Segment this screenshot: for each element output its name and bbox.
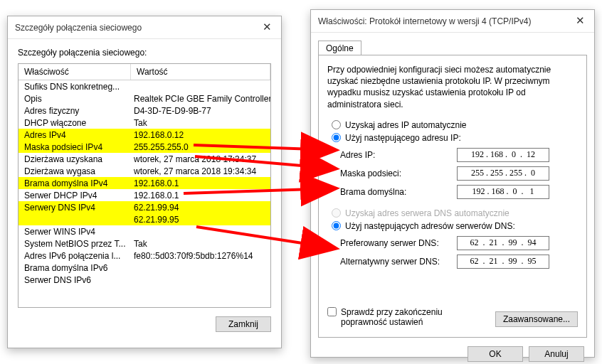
value-cell: 62.21.99.94 [131, 203, 270, 213]
value-cell: wtorek, 27 marca 2018 19:34:34 [131, 166, 270, 176]
radio-ip-manual[interactable]: Użyj następującego adresu IP: [332, 133, 578, 143]
table-row[interactable]: Serwer DHCP IPv4192.168.0.1 [19, 189, 270, 201]
titlebar[interactable]: Właściwości: Protokół internetowy w wers… [311, 10, 594, 33]
value-cell: Tak [131, 239, 270, 249]
properties-list[interactable]: Właściwość Wartość Sufiks DNS konkretneg… [18, 63, 271, 308]
property-cell: Opis [19, 94, 131, 104]
checkbox-validate[interactable]: Sprawdź przy zakończeniu poprawność usta… [327, 307, 469, 327]
input-dns1[interactable] [457, 236, 549, 250]
ok-button[interactable]: OK [468, 346, 523, 362]
dialog-title: Właściwości: Protokół internetowy w wers… [318, 16, 587, 26]
value-cell: fe80::5d03:70f9:5bdb:1276%14 [131, 251, 270, 261]
label-ip: Adres IP: [340, 150, 457, 160]
table-row[interactable]: Sufiks DNS konkretneg... [19, 80, 270, 92]
table-row[interactable]: DHCP włączoneTak [19, 117, 270, 129]
network-details-dialog: Szczegóły połączenia sieciowego ✕ Szczeg… [7, 16, 282, 348]
ipv4-properties-dialog: Właściwości: Protokół internetowy w wers… [310, 9, 595, 358]
close-icon[interactable]: ✕ [566, 10, 594, 31]
radio-dns-manual[interactable]: Użyj następujących adresów serwerów DNS: [332, 221, 578, 231]
list-label: Szczegóły połączenia sieciowego: [18, 48, 271, 58]
close-icon[interactable]: ✕ [253, 16, 281, 38]
col-property[interactable]: Właściwość [19, 64, 131, 80]
description-text: Przy odpowiedniej konfiguracji sieci moż… [327, 64, 578, 110]
value-cell: 62.21.99.95 [131, 215, 270, 225]
value-cell: Tak [131, 118, 270, 128]
table-row[interactable]: Dzierżawa uzyskanawtorek, 27 marca 2018 … [19, 153, 270, 165]
table-row[interactable]: Adres IPv6 połączenia l...fe80::5d03:70f… [19, 250, 270, 262]
table-row[interactable]: OpisRealtek PCIe GBE Family Controller [19, 92, 270, 105]
table-row[interactable]: Maska podsieci IPv4255.255.255.0 [19, 141, 270, 153]
radio-ip-auto-label: Uzyskaj adres IP automatycznie [345, 120, 467, 130]
property-cell: Serwer DNS IPv6 [19, 275, 131, 285]
titlebar[interactable]: Szczegóły połączenia sieciowego ✕ [8, 16, 281, 39]
value-cell: wtorek, 27 marca 2018 17:34:37 [131, 154, 270, 164]
table-row[interactable]: Serwer WINS IPv4 [19, 225, 270, 237]
table-row[interactable]: Serwery DNS IPv462.21.99.94 [19, 201, 270, 213]
input-gateway[interactable] [457, 185, 549, 199]
radio-dns-auto: Uzyskaj adres serwera DNS automatycznie [332, 208, 578, 218]
tab-general[interactable]: Ogólne [318, 41, 361, 55]
property-cell: Sufiks DNS konkretneg... [19, 82, 131, 92]
input-ip[interactable] [457, 148, 549, 162]
label-mask: Maska podsieci: [340, 168, 457, 178]
cancel-button[interactable]: Anuluj [529, 346, 584, 362]
value-cell: 192.168.0.1 [131, 178, 270, 188]
property-cell: Maska podsieci IPv4 [19, 142, 131, 152]
table-row[interactable]: System NetBIOS przez T...Tak [19, 237, 270, 250]
table-row[interactable]: Dzierżawa wygasawtorek, 27 marca 2018 19… [19, 165, 270, 177]
radio-dns-auto-input [332, 208, 341, 218]
label-dns1: Preferowany serwer DNS: [340, 238, 457, 248]
table-row[interactable]: Brama domyślna IPv6 [19, 262, 270, 274]
radio-dns-manual-label: Użyj następujących adresów serwerów DNS: [345, 221, 515, 231]
property-cell: Adres IPv6 połączenia l... [19, 251, 131, 261]
radio-dns-manual-input[interactable] [332, 221, 341, 230]
property-cell: System NetBIOS przez T... [19, 239, 131, 249]
table-row[interactable]: 62.21.99.95 [19, 213, 270, 225]
property-cell: Brama domyślna IPv4 [19, 178, 131, 188]
property-cell: Dzierżawa uzyskana [19, 154, 131, 164]
close-button[interactable]: Zamknij [216, 316, 271, 332]
property-cell: Brama domyślna IPv6 [19, 263, 131, 273]
table-row[interactable]: Adres IPv4192.168.0.12 [19, 129, 270, 141]
table-row[interactable]: Serwer DNS IPv6 [19, 274, 270, 286]
radio-ip-manual-label: Użyj następującego adresu IP: [345, 133, 461, 143]
radio-dns-auto-label: Uzyskaj adres serwera DNS automatycznie [345, 208, 509, 218]
value-cell: 255.255.255.0 [131, 142, 270, 152]
property-cell: Adres fizyczny [19, 106, 131, 116]
table-row[interactable]: Brama domyślna IPv4192.168.0.1 [19, 177, 270, 189]
input-dns2[interactable] [457, 255, 549, 269]
col-value[interactable]: Wartość [131, 64, 270, 80]
list-header[interactable]: Właściwość Wartość [19, 64, 270, 80]
advanced-button[interactable]: Zaawansowane... [495, 311, 578, 327]
table-row[interactable]: Adres fizycznyD4-3D-7E-D9-9B-77 [19, 105, 270, 117]
label-dns2: Alternatywny serwer DNS: [340, 257, 457, 267]
radio-ip-auto[interactable]: Uzyskaj adres IP automatycznie [332, 120, 578, 130]
property-cell: DHCP włączone [19, 118, 131, 128]
radio-ip-manual-input[interactable] [332, 133, 341, 142]
input-mask[interactable] [457, 166, 549, 181]
value-cell: D4-3D-7E-D9-9B-77 [131, 106, 270, 116]
property-cell: Serwery DNS IPv4 [19, 203, 131, 213]
label-gateway: Brama domyślna: [340, 187, 457, 197]
value-cell: Realtek PCIe GBE Family Controller [131, 94, 270, 104]
property-cell: Serwer WINS IPv4 [19, 227, 131, 237]
checkbox-validate-input[interactable] [327, 307, 337, 316]
radio-ip-auto-input[interactable] [332, 120, 341, 129]
dialog-title: Szczegóły połączenia sieciowego [15, 23, 274, 33]
property-cell: Dzierżawa wygasa [19, 166, 131, 176]
value-cell: 192.168.0.12 [131, 130, 270, 140]
property-cell: Serwer DHCP IPv4 [19, 191, 131, 200]
value-cell: 192.168.0.1 [131, 191, 270, 200]
checkbox-validate-label: Sprawdź przy zakończeniu poprawność usta… [341, 307, 469, 327]
property-cell: Adres IPv4 [19, 130, 131, 140]
